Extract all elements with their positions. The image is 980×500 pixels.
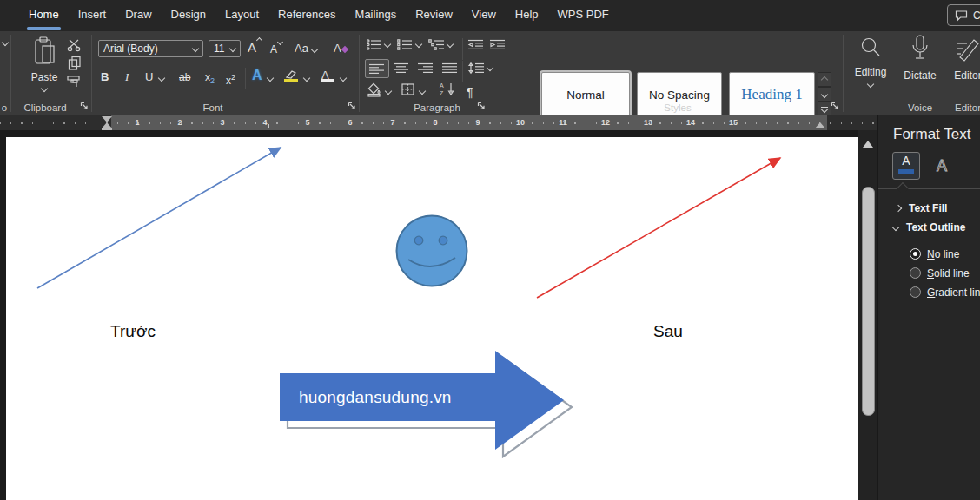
tab-view[interactable]: View [462, 0, 506, 31]
tab-help[interactable]: Help [506, 0, 548, 31]
dictate-button[interactable]: Dictate [900, 35, 940, 66]
borders-chevron[interactable] [419, 88, 426, 95]
block-arrow-text[interactable]: huongdansudung.vn [299, 388, 452, 407]
pilcrow-button[interactable]: ¶ [467, 82, 473, 102]
radio-no-line[interactable] [910, 248, 921, 260]
label-before[interactable]: Trước [110, 322, 156, 341]
multilevel-chevron[interactable] [447, 41, 454, 48]
editor-button[interactable]: Editor [949, 35, 980, 66]
radio-gradient-line[interactable] [910, 286, 921, 298]
tab-references[interactable]: References [268, 0, 345, 31]
radio-no-line-label[interactable]: No line [927, 248, 959, 260]
align-left-button[interactable] [365, 59, 389, 78]
numbering-button[interactable] [397, 38, 413, 54]
align-right-button[interactable] [418, 62, 434, 77]
format-painter-button[interactable] [66, 74, 83, 92]
decrease-indent-button[interactable] [468, 38, 484, 54]
paste-button[interactable]: Paste [24, 36, 64, 69]
font-color-button[interactable]: A [321, 66, 329, 85]
bullets-chevron[interactable] [384, 41, 391, 48]
numbering-chevron[interactable] [415, 41, 422, 48]
text-effects-chevron[interactable] [267, 75, 274, 82]
copy-button[interactable] [68, 56, 82, 74]
panel-divider [878, 188, 980, 189]
tab-layout[interactable]: Layout [215, 0, 268, 31]
sort-button[interactable]: A Z [440, 82, 456, 100]
text-fill-outline-tab[interactable]: A [892, 152, 920, 180]
group-divider [843, 35, 844, 112]
styles-scroll-up[interactable] [818, 72, 831, 87]
first-line-indent-marker[interactable] [102, 116, 112, 122]
underline-button[interactable]: U [145, 68, 153, 87]
font-size-select[interactable]: 11 [209, 40, 241, 57]
tab-mailings[interactable]: Mailings [346, 0, 407, 31]
paragraph-dialog-launcher[interactable] [477, 102, 487, 111]
cutoff-dropdown-chevron[interactable] [2, 39, 9, 46]
increase-indent-button[interactable] [490, 38, 506, 54]
radio-solid-line-label[interactable]: Solid line [927, 267, 970, 280]
ruler-number: 2 [175, 118, 184, 127]
change-case-button[interactable]: Aa [295, 39, 317, 58]
bold-button[interactable]: B [101, 68, 109, 87]
cut-button[interactable] [67, 38, 82, 56]
font-family-select[interactable]: Arial (Body) [98, 40, 203, 57]
smiley-face-shape[interactable] [397, 216, 467, 286]
grow-font-button[interactable]: A [248, 38, 262, 57]
horizontal-ruler[interactable]: 1 2 3 4 5 6 7 8 9 10 11 12 13 14 15 [0, 115, 877, 130]
bullets-button[interactable] [367, 38, 382, 54]
justify-button[interactable] [442, 62, 458, 77]
arrow-connector-after[interactable] [537, 158, 780, 298]
underline-chevron[interactable] [158, 75, 165, 82]
highlight-button[interactable] [283, 68, 299, 83]
shading-button[interactable] [367, 83, 382, 100]
line-spacing-button[interactable] [468, 62, 485, 77]
label-after[interactable]: Sau [653, 322, 683, 341]
tab-wps-pdf[interactable]: WPS PDF [548, 0, 619, 31]
strikethrough-button[interactable]: ab [179, 68, 190, 87]
tab-home[interactable]: Home [19, 0, 69, 31]
styles-gallery-more[interactable] [818, 102, 831, 116]
radio-gradient-line-label[interactable]: Gradient line [927, 286, 980, 299]
superscript-button[interactable]: x2 [226, 68, 235, 90]
paragraph-group-label: Paragraph [407, 102, 467, 113]
subscript-button[interactable]: x2 [205, 68, 215, 90]
style-normal[interactable]: Normal [541, 72, 630, 117]
clipboard-dialog-launcher[interactable] [80, 102, 89, 111]
paste-dropdown-chevron[interactable] [41, 85, 48, 92]
font-color-chevron[interactable] [340, 75, 347, 82]
radio-solid-line[interactable] [910, 267, 921, 279]
styles-dialog-launcher[interactable] [831, 102, 840, 111]
editing-button[interactable]: Editing [851, 36, 890, 62]
comments-button[interactable]: C [947, 4, 980, 26]
scroll-up-arrow[interactable] [863, 141, 873, 148]
arrow-connector-before[interactable] [37, 148, 281, 288]
tab-draw[interactable]: Draw [116, 0, 161, 31]
scrollbar-thumb[interactable] [862, 187, 875, 416]
right-indent-marker[interactable] [815, 122, 825, 128]
align-center-button[interactable] [394, 62, 409, 77]
highlight-chevron[interactable] [303, 75, 310, 82]
multilevel-list-button[interactable] [428, 38, 445, 54]
section-text-outline[interactable]: Text Outline [893, 221, 965, 234]
tab-stop-marker[interactable] [268, 124, 274, 128]
section-text-fill[interactable]: Text Fill [896, 202, 947, 214]
document-page[interactable]: Trước Sau huongdansudung.vn [6, 137, 858, 500]
tab-review[interactable]: Review [406, 0, 462, 31]
microphone-icon [910, 35, 930, 62]
styles-scroll-down[interactable] [818, 87, 831, 102]
borders-button[interactable] [401, 83, 415, 100]
italic-button[interactable]: I [125, 68, 129, 87]
text-effects-button[interactable]: A [252, 66, 262, 85]
vertical-scrollbar[interactable] [858, 130, 877, 500]
align-left-icon [369, 63, 385, 75]
line-spacing-chevron[interactable] [487, 64, 493, 71]
clear-formatting-button[interactable]: A [334, 39, 348, 58]
shading-chevron[interactable] [385, 88, 392, 95]
hanging-indent-marker[interactable] [102, 122, 112, 128]
tab-insert[interactable]: Insert [69, 0, 116, 31]
font-dialog-launcher[interactable] [348, 102, 357, 111]
tab-design[interactable]: Design [162, 0, 215, 31]
shrink-font-button[interactable]: A [270, 40, 282, 59]
text-effects-tab[interactable]: A [932, 154, 953, 180]
style-heading-1[interactable]: Heading 1 [729, 72, 815, 117]
